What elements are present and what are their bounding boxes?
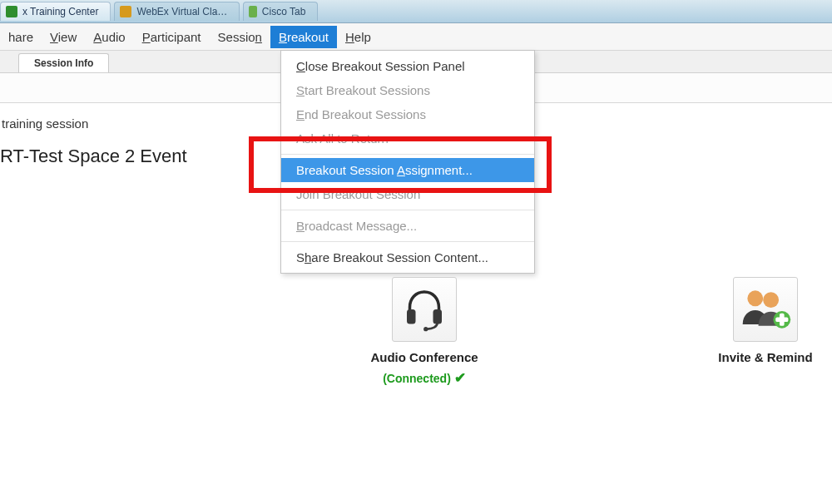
menu-share[interactable]: hare [0,26,42,48]
favicon-icon [120,6,131,17]
action-audio-conference[interactable]: Audio Conference (Connected) ✔ [358,277,491,387]
people-plus-icon [733,277,798,342]
browser-tabstrip: x Training Center WebEx Virtual Cla… Cis… [0,0,832,23]
menu-separator [281,241,534,242]
action-invite-remind[interactable]: Invite & Remind [699,277,832,387]
menuitem-start: Start Breakout Sessions [281,78,534,102]
menuitem-join: Join Breakout Session [281,182,534,206]
menuitem-assignment[interactable]: Breakout Session Assignment... [281,158,534,182]
menuitem-ask-return: Ask All to Return [281,126,534,151]
browser-tab-webex[interactable]: WebEx Virtual Cla… [114,2,240,21]
menuitem-end: End Breakout Sessions [281,102,534,126]
menubar: hare View Audio Participant Session Brea… [0,23,832,50]
menuitem-broadcast: Broadcast Message... [281,214,534,238]
menu-separator [281,210,534,210]
browser-tab-label: x Training Center [22,6,98,17]
browser-tab-cisco[interactable]: Cisco Tab [243,2,318,21]
svg-rect-0 [407,309,416,324]
action-title: Audio Conference [370,350,478,364]
browser-tab-training-center[interactable]: x Training Center [0,2,111,21]
menu-separator [281,154,534,155]
tab-session-info[interactable]: Session Info [18,53,109,72]
svg-point-3 [747,290,763,306]
menu-help[interactable]: Help [337,26,379,48]
breakout-dropdown: Close Breakout Session Panel Start Break… [280,50,535,274]
svg-point-2 [423,327,428,331]
menuitem-close-panel[interactable]: Close Breakout Session Panel [281,54,534,78]
menu-view[interactable]: View [42,26,85,48]
menu-breakout[interactable]: Breakout [270,26,337,48]
checkmark-icon: ✔ [454,369,466,387]
headset-icon [392,277,457,342]
menuitem-share-content[interactable]: Share Breakout Session Content... [281,245,534,269]
action-title: Invite & Remind [718,350,812,364]
browser-tab-label: WebEx Virtual Cla… [136,6,227,17]
svg-point-4 [763,292,779,308]
menu-participant[interactable]: Participant [134,26,210,48]
browser-tab-label: Cisco Tab [262,6,305,17]
menu-audio[interactable]: Audio [85,26,133,48]
menu-session[interactable]: Session [210,26,270,48]
favicon-icon [6,6,17,17]
svg-rect-7 [775,317,788,322]
action-status: (Connected) ✔ [383,369,466,387]
tab-label: Session Info [34,57,93,69]
favicon-icon [249,6,257,17]
